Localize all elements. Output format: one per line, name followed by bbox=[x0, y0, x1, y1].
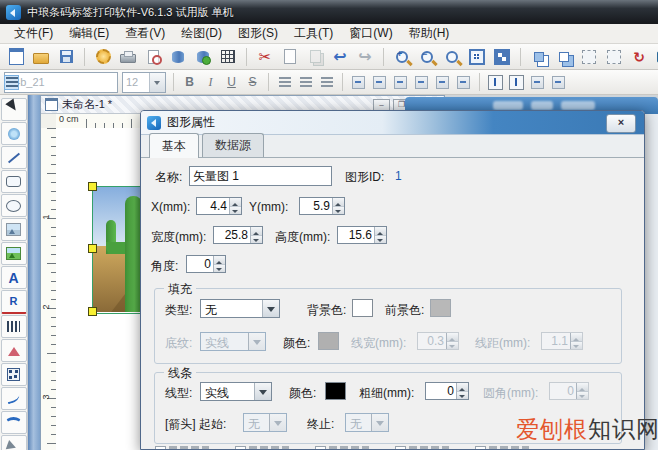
align-left-icon[interactable] bbox=[4, 75, 19, 90]
spinner-buttons[interactable] bbox=[229, 198, 241, 214]
fill-color-icon[interactable] bbox=[654, 47, 658, 67]
height-spinner[interactable] bbox=[337, 226, 387, 244]
menu-file[interactable]: 文件(F) bbox=[6, 23, 61, 44]
cut-icon[interactable]: ✂ bbox=[255, 47, 275, 67]
width-input[interactable] bbox=[214, 227, 250, 243]
spinner-buttons[interactable] bbox=[332, 198, 344, 214]
align-justify-icon[interactable] bbox=[318, 74, 335, 91]
resize-handle-top-left[interactable] bbox=[88, 182, 97, 191]
font-family-combo[interactable] bbox=[4, 72, 118, 93]
distribute-vertical-icon[interactable] bbox=[550, 74, 567, 91]
ungroup-icon[interactable] bbox=[604, 47, 624, 67]
paste-icon[interactable] bbox=[280, 47, 300, 67]
x-spinner[interactable] bbox=[196, 197, 242, 215]
center-horizontal-icon[interactable] bbox=[487, 74, 504, 91]
select-tool[interactable] bbox=[1, 98, 27, 121]
checkbox[interactable] bbox=[155, 446, 166, 450]
richtext-tool[interactable]: R bbox=[1, 290, 27, 314]
x-input[interactable] bbox=[197, 198, 229, 214]
align-center-icon[interactable] bbox=[276, 74, 293, 91]
chevron-down-icon[interactable] bbox=[262, 300, 279, 317]
pan-view-tool[interactable] bbox=[1, 122, 27, 145]
rectangle-tool[interactable] bbox=[1, 170, 27, 193]
resize-handle-bottom-left[interactable] bbox=[88, 307, 97, 316]
zoom-in-icon[interactable]: + bbox=[392, 47, 412, 67]
menu-view[interactable]: 查看(V) bbox=[117, 23, 173, 44]
menu-edit[interactable]: 编辑(E) bbox=[61, 23, 117, 44]
arc-tool[interactable] bbox=[1, 411, 27, 434]
spinner-buttons[interactable] bbox=[250, 227, 262, 243]
font-size-input[interactable] bbox=[123, 75, 149, 90]
char-width-icon[interactable] bbox=[413, 74, 430, 91]
char-height-icon[interactable] bbox=[434, 74, 451, 91]
spinner-buttons[interactable] bbox=[456, 383, 468, 399]
fit-all-icon[interactable] bbox=[492, 47, 512, 67]
fill-type-select[interactable]: 无 bbox=[200, 299, 280, 318]
tab-datasource[interactable]: 数据源 bbox=[202, 133, 264, 157]
vector-image-tool[interactable] bbox=[1, 242, 27, 265]
print-icon[interactable] bbox=[118, 47, 138, 67]
rotate-icon[interactable]: ↻ bbox=[629, 47, 649, 67]
ellipse-tool[interactable] bbox=[1, 194, 27, 217]
polygon-tool[interactable] bbox=[1, 435, 27, 450]
y-input[interactable] bbox=[300, 198, 332, 214]
menu-help[interactable]: 帮助(H) bbox=[401, 23, 458, 44]
menu-tools[interactable]: 工具(T) bbox=[286, 23, 341, 44]
curve-tool[interactable] bbox=[1, 387, 27, 410]
copy-icon[interactable] bbox=[305, 47, 325, 67]
tab-basic[interactable]: 基本 bbox=[149, 133, 199, 158]
grid-toggle-icon[interactable] bbox=[218, 47, 238, 67]
bring-to-front-icon[interactable] bbox=[529, 47, 549, 67]
spinner-buttons[interactable] bbox=[374, 227, 386, 243]
row-spacing-icon[interactable] bbox=[392, 74, 409, 91]
checkbox[interactable] bbox=[235, 446, 246, 450]
bold-button[interactable]: B bbox=[181, 74, 198, 91]
fill-fg-swatch[interactable] bbox=[430, 299, 451, 317]
page-setup-icon[interactable] bbox=[93, 47, 113, 67]
undo-icon[interactable]: ↩ bbox=[330, 47, 350, 67]
line-weight-input[interactable] bbox=[426, 383, 456, 399]
y-spinner[interactable] bbox=[299, 197, 345, 215]
line-spacing-icon[interactable] bbox=[371, 74, 388, 91]
underline-button[interactable]: U bbox=[223, 74, 240, 91]
zoom-out-icon[interactable]: − bbox=[417, 47, 437, 67]
barcode-tool[interactable] bbox=[1, 315, 27, 338]
center-vertical-icon[interactable] bbox=[508, 74, 525, 91]
checkbox[interactable] bbox=[315, 446, 326, 450]
menu-graphic[interactable]: 图形(S) bbox=[230, 23, 286, 44]
image-tool[interactable] bbox=[1, 218, 27, 241]
print-preview-icon[interactable] bbox=[143, 47, 163, 67]
text-tool[interactable]: A bbox=[1, 266, 27, 289]
font-size-combo[interactable] bbox=[122, 72, 166, 93]
open-file-icon[interactable] bbox=[31, 47, 51, 67]
letter-spacing-icon[interactable] bbox=[350, 74, 367, 91]
width-spinner[interactable] bbox=[213, 226, 263, 244]
align-right-icon[interactable] bbox=[297, 74, 314, 91]
angle-spinner[interactable] bbox=[186, 255, 226, 273]
line-weight-spinner[interactable] bbox=[425, 382, 469, 400]
new-document-icon[interactable] bbox=[6, 47, 26, 67]
char-scale-icon[interactable] bbox=[455, 74, 472, 91]
menu-draw[interactable]: 绘图(D) bbox=[173, 23, 230, 44]
fit-window-icon[interactable] bbox=[467, 47, 487, 67]
height-input[interactable] bbox=[338, 227, 374, 243]
save-icon[interactable] bbox=[56, 47, 76, 67]
resize-handle-mid-left[interactable] bbox=[88, 244, 97, 253]
zoom-select-icon[interactable] bbox=[442, 47, 462, 67]
checkbox[interactable] bbox=[395, 446, 406, 450]
dialog-close-button[interactable]: × bbox=[606, 114, 636, 133]
database-connect-icon[interactable] bbox=[193, 47, 213, 67]
angle-input[interactable] bbox=[187, 256, 213, 272]
send-to-back-icon[interactable] bbox=[554, 47, 574, 67]
spinner-buttons[interactable] bbox=[213, 256, 225, 272]
chevron-down-icon[interactable] bbox=[149, 73, 165, 92]
qrcode-tool[interactable] bbox=[1, 363, 27, 386]
group-icon[interactable] bbox=[579, 47, 599, 67]
menu-window[interactable]: 窗口(W) bbox=[341, 23, 400, 44]
redo-icon[interactable]: ↪ bbox=[355, 47, 375, 67]
fill-bg-swatch[interactable] bbox=[352, 299, 373, 317]
shape-tool[interactable] bbox=[1, 339, 27, 362]
fill-color-swatch[interactable] bbox=[318, 332, 339, 350]
checkbox[interactable] bbox=[475, 446, 486, 450]
chevron-down-icon[interactable] bbox=[254, 383, 271, 400]
